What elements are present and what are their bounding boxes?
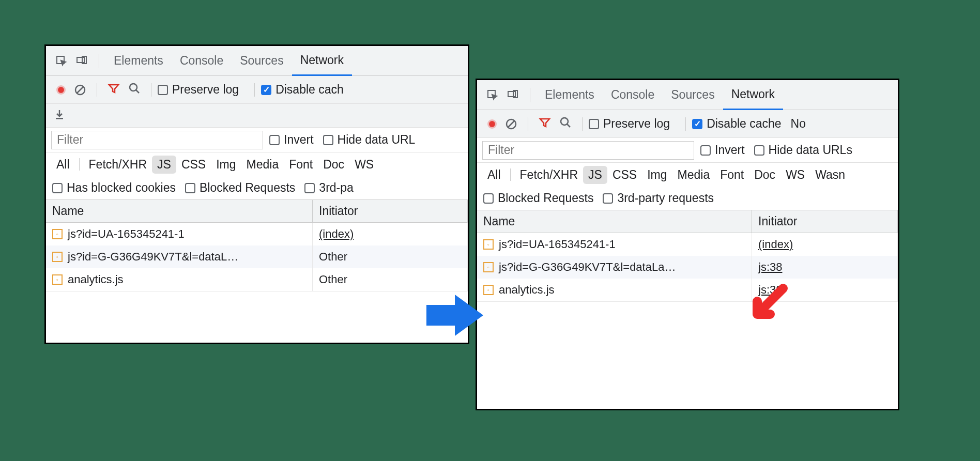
tab-network[interactable]: Network [723,80,783,110]
table-header: Name Initiator [46,200,468,223]
hide-data-urls-label: Hide data URLs [769,143,852,157]
col-name[interactable]: Name [46,200,313,222]
type-fetch[interactable]: Fetch/XHR [515,166,583,184]
third-party-label: 3rd-pa [319,181,353,195]
table-row[interactable]: ◦analytics.js Other [46,268,468,291]
network-toolbar: Preserve log Disable cach [46,76,468,104]
cell-initiator[interactable]: (index) [319,227,354,241]
record-button[interactable] [487,119,497,129]
device-toggle-icon[interactable] [506,88,520,102]
svg-rect-9 [508,91,515,97]
cell-name: js?id=UA-165345241-1 [68,227,185,241]
preserve-log-checkbox[interactable] [589,119,599,129]
tab-sources[interactable]: Sources [232,46,292,76]
cell-name: js?id=UA-165345241-1 [499,238,616,251]
type-ws[interactable]: WS [349,156,379,174]
svg-point-13 [561,118,568,125]
download-bar [46,104,468,128]
type-doc[interactable]: Doc [318,156,349,174]
js-file-icon: ◦ [52,229,63,239]
extra-checks-row: Has blocked cookies Blocked Requests 3rd… [46,176,468,200]
col-initiator[interactable]: Initiator [313,200,468,222]
type-css[interactable]: CSS [176,156,211,174]
type-fetch[interactable]: Fetch/XHR [84,156,152,174]
third-party-checkbox[interactable] [603,193,613,204]
svg-line-12 [508,121,514,127]
tab-sources[interactable]: Sources [663,80,723,110]
device-toggle-icon[interactable] [75,54,89,68]
blocked-requests-label: Blocked Requests [498,191,593,205]
type-media[interactable]: Media [672,166,715,184]
type-filter-row: All Fetch/XHR JS CSS Img Media Font Doc … [46,152,468,176]
type-doc[interactable]: Doc [749,166,780,184]
blocked-requests-checkbox[interactable] [185,183,195,193]
invert-checkbox[interactable] [269,135,280,145]
table-row[interactable]: ◦analytics.js js:38 [477,279,898,301]
extra-checks-row: Blocked Requests 3rd-party requests [477,187,898,210]
type-filter-row: All Fetch/XHR JS CSS Img Media Font Doc … [477,163,898,187]
filter-input[interactable] [482,141,694,160]
js-file-icon: ◦ [483,262,494,272]
clear-icon[interactable] [505,118,517,130]
col-name[interactable]: Name [477,210,752,233]
type-js[interactable]: JS [152,156,176,174]
hide-data-urls-checkbox[interactable] [754,145,764,156]
tab-console[interactable]: Console [603,80,663,110]
cell-name: analytics.js [499,283,555,297]
cell-initiator[interactable]: (index) [758,238,793,251]
blocked-requests-checkbox[interactable] [483,193,494,204]
col-initiator[interactable]: Initiator [752,210,898,233]
type-js[interactable]: JS [583,166,607,184]
table-row[interactable]: ◦js?id=G-G36G49KV7T&l=dataLa… js:38 [477,256,898,279]
search-icon[interactable] [559,116,572,132]
clear-icon[interactable] [74,84,86,96]
third-party-checkbox[interactable] [304,183,315,193]
download-icon[interactable] [53,109,66,123]
table-blank [477,301,898,302]
type-css[interactable]: CSS [607,166,642,184]
tab-elements[interactable]: Elements [537,80,603,110]
tab-elements[interactable]: Elements [105,46,172,76]
filter-icon[interactable] [539,116,551,132]
js-file-icon: ◦ [52,252,63,262]
table-row[interactable]: ◦js?id=G-G36G49KV7T&l=dataL… Other [46,245,468,268]
type-wasm[interactable]: Wasn [810,166,850,184]
invert-checkbox[interactable] [700,145,711,156]
disable-cache-checkbox[interactable] [261,85,271,95]
js-file-icon: ◦ [483,239,494,250]
filter-input[interactable] [51,131,263,149]
record-button[interactable] [56,85,66,95]
type-media[interactable]: Media [241,156,284,174]
svg-rect-7 [56,118,63,119]
type-ws[interactable]: WS [780,166,810,184]
type-font[interactable]: Font [284,156,318,174]
no-throttle-label: No [791,117,806,131]
type-img[interactable]: Img [211,156,241,174]
table-row[interactable]: ◦js?id=UA-165345241-1 (index) [46,223,468,245]
inspect-icon[interactable] [54,54,69,68]
svg-point-5 [130,84,137,91]
inspect-icon[interactable] [485,88,500,102]
search-icon[interactable] [128,82,141,98]
svg-line-4 [77,87,83,93]
blocked-cookies-checkbox[interactable] [52,183,63,193]
filter-icon[interactable] [108,82,120,98]
main-tabs: Elements Console Sources Network [46,46,468,76]
type-all[interactable]: All [482,166,506,184]
table-header: Name Initiator [477,210,898,233]
preserve-log-checkbox[interactable] [158,85,168,95]
disable-cache-checkbox[interactable] [692,119,702,129]
type-font[interactable]: Font [715,166,749,184]
tab-console[interactable]: Console [172,46,232,76]
network-toolbar: Preserve log Disable cache No [477,110,898,138]
hide-data-urls-label: Hide data URL [338,133,416,147]
type-img[interactable]: Img [642,166,672,184]
table-row[interactable]: ◦js?id=UA-165345241-1 (index) [477,233,898,256]
tab-network[interactable]: Network [292,46,352,76]
cell-name: js?id=G-G36G49KV7T&l=dataLa… [499,260,676,274]
annotation-arrow-red [747,283,788,325]
cell-initiator[interactable]: js:38 [758,260,782,274]
separator [99,54,99,68]
type-all[interactable]: All [51,156,75,174]
hide-data-urls-checkbox[interactable] [323,135,333,145]
